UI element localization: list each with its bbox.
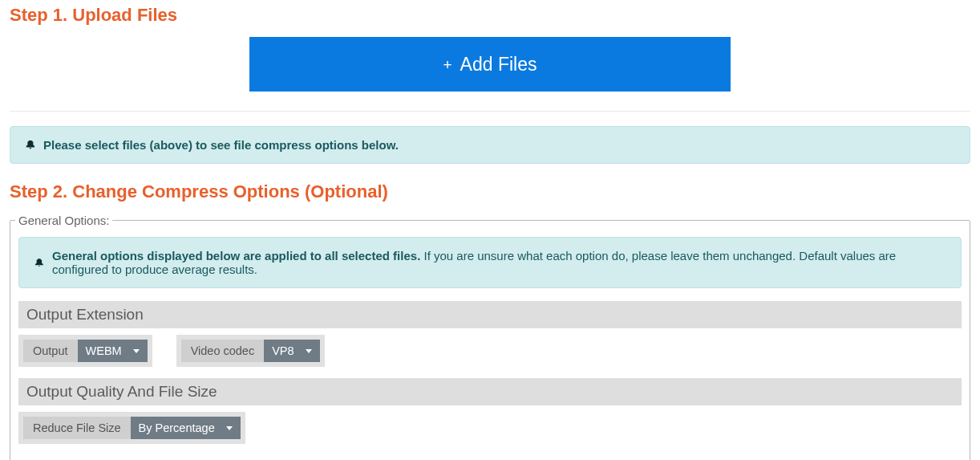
reduce-file-size-group: Reduce File Size By Percentage [18, 412, 245, 444]
video-codec-group: Video codec VP8 [176, 335, 325, 367]
step2-title: Step 2. Change Compress Options (Optiona… [10, 181, 970, 202]
output-label: Output [23, 340, 78, 362]
video-codec-select-value: VP8 [272, 344, 294, 357]
step1-title: Step 1. Upload Files [10, 5, 970, 26]
output-select[interactable]: WEBM [78, 340, 148, 362]
output-extension-controls: Output WEBM Video codec VP8 [10, 335, 970, 378]
reduce-file-size-label: Reduce File Size [23, 417, 131, 439]
output-quality-header: Output Quality And File Size [18, 378, 962, 405]
add-files-label: Add Files [460, 54, 537, 75]
general-options-legend: General Options: [15, 214, 112, 227]
reduce-file-size-select[interactable]: By Percentage [131, 417, 241, 439]
plus-icon: + [443, 56, 452, 74]
separator [10, 111, 970, 112]
reduce-file-size-value: By Percentage [139, 421, 215, 434]
add-files-row: + Add Files [10, 37, 970, 92]
video-codec-label: Video codec [181, 340, 265, 362]
select-files-notice: 🔔︎ Please select files (above) to see fi… [10, 126, 970, 164]
output-select-value: WEBM [86, 344, 122, 357]
output-extension-header: Output Extension [18, 301, 962, 328]
output-group: Output WEBM [18, 335, 152, 367]
chevron-down-icon [306, 349, 312, 353]
bell-icon: 🔔︎ [25, 139, 35, 151]
video-codec-select[interactable]: VP8 [264, 340, 319, 362]
select-files-notice-text: Please select files (above) to see file … [43, 138, 399, 152]
general-options-info: 🔔︎ General options displayed below are a… [18, 237, 962, 288]
chevron-down-icon [226, 426, 233, 430]
chevron-down-icon [133, 349, 140, 353]
general-options-info-text: General options displayed below are appl… [52, 249, 946, 276]
general-options-info-strong: General options displayed below are appl… [52, 249, 420, 263]
bell-icon: 🔔︎ [34, 257, 44, 269]
general-options-fieldset: General Options: 🔔︎ General options disp… [10, 214, 970, 460]
output-quality-controls: Reduce File Size By Percentage [10, 412, 970, 455]
add-files-button[interactable]: + Add Files [249, 37, 731, 92]
